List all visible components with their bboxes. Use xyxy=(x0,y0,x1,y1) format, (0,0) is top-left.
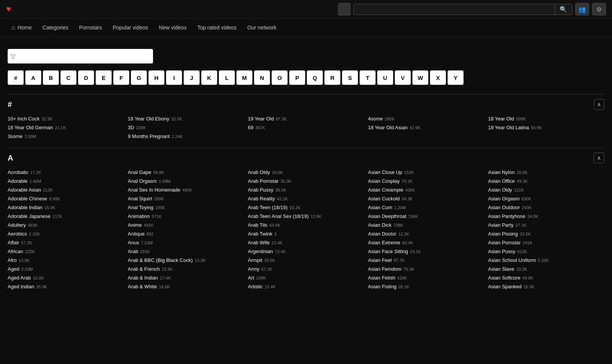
alpha-btn-F[interactable]: F xyxy=(113,70,129,85)
cat-item[interactable]: 18 Year Old German21.1K xyxy=(8,124,124,131)
cat-item[interactable]: Affair57.2K xyxy=(8,239,124,246)
cat-item[interactable]: Arab & French15.5K xyxy=(128,265,244,273)
alpha-btn-M[interactable]: M xyxy=(236,70,252,85)
alpha-btn-A[interactable]: A xyxy=(25,70,41,85)
alpha-btn-O[interactable]: O xyxy=(272,70,288,85)
collapse-btn-A[interactable]: ∧ xyxy=(594,153,604,163)
nav-toprated[interactable]: Top rated videos xyxy=(192,19,242,36)
alpha-btn-U[interactable]: U xyxy=(377,70,393,85)
cat-item[interactable]: Armpit30.5K xyxy=(248,257,364,264)
cat-item[interactable]: 3some3.59M xyxy=(8,133,124,140)
cat-item[interactable]: Asian Office49.3K xyxy=(488,177,604,185)
cat-item[interactable]: Arab Pornstar35.0K xyxy=(248,177,364,185)
cat-item[interactable]: Aged2.33M xyxy=(8,265,124,273)
alpha-btn-T[interactable]: T xyxy=(360,70,376,85)
cat-item[interactable]: Arab Tits63.4K xyxy=(248,221,364,229)
cat-item[interactable]: Argentinian72.4K xyxy=(248,248,364,255)
cat-item[interactable]: 3D220K xyxy=(128,124,244,131)
cat-item[interactable]: Asian Oldy121K xyxy=(488,186,604,193)
nav-categories[interactable]: Categories xyxy=(37,19,74,36)
alpha-btn-I[interactable]: I xyxy=(166,70,182,85)
cat-item[interactable]: Anal Sex In Homemade460K xyxy=(128,186,244,193)
alpha-btn-D[interactable]: D xyxy=(78,70,94,85)
cat-item[interactable]: Arab Teen (18/19)93.2K xyxy=(248,204,364,211)
cat-item[interactable]: Adorable1.66M xyxy=(8,177,124,185)
cat-item[interactable]: Asian Feet97.7K xyxy=(368,257,484,264)
cat-item[interactable]: Arab & Indian17.4K xyxy=(128,274,244,281)
alpha-btn-N[interactable]: N xyxy=(254,70,270,85)
cat-item[interactable]: African220K xyxy=(8,248,124,255)
nav-new[interactable]: New videos xyxy=(153,19,192,36)
nav-network[interactable]: Our network xyxy=(242,19,282,36)
cat-item[interactable]: Asian Nylon28.0K xyxy=(488,169,604,176)
alpha-btn-W[interactable]: W xyxy=(412,70,428,85)
cat-item[interactable]: Asian Softcore49.8K xyxy=(488,274,604,281)
cat-item[interactable]: Arab Pussy39.6K xyxy=(248,186,364,193)
alpha-btn-Y[interactable]: Y xyxy=(448,70,464,85)
cat-item[interactable]: Arab Reality42.2K xyxy=(248,195,364,202)
alpha-btn-L[interactable]: L xyxy=(219,70,235,85)
site-logo[interactable]: ♥ xyxy=(6,4,14,14)
alpha-btn-P[interactable]: P xyxy=(289,70,305,85)
cat-item[interactable]: Arab291K xyxy=(128,248,244,255)
cat-item[interactable]: Army67.2K xyxy=(248,265,364,273)
cat-item[interactable]: 10+ Inch Cock32.9K xyxy=(8,115,124,122)
cat-item[interactable]: Adultery483K xyxy=(8,221,124,229)
cat-item[interactable]: Acrobatic17.2K xyxy=(8,169,124,176)
cat-item[interactable]: Aged Indian35.9K xyxy=(8,283,124,290)
cat-item[interactable]: Asian Pussy812K xyxy=(488,248,604,255)
header-icon-btn-1[interactable]: 👥 xyxy=(575,3,589,15)
alpha-btn-G[interactable]: G xyxy=(131,70,147,85)
alpha-btn-R[interactable]: R xyxy=(324,70,340,85)
cat-item[interactable]: Anus7.53M xyxy=(128,239,244,246)
cat-item[interactable]: Arab & BBC (Big Black Cock)13.3K xyxy=(128,257,244,264)
cat-item[interactable]: Asian Cosplay79.2K xyxy=(368,177,484,185)
cat-item[interactable]: Asian Party27.1K xyxy=(488,221,604,229)
alpha-btn-S[interactable]: S xyxy=(342,70,358,85)
cat-item[interactable]: Adorable Chinese8.98K xyxy=(8,195,124,202)
cat-item[interactable]: 19 Year Old87.3K xyxy=(248,115,364,122)
alpha-btn-X[interactable]: X xyxy=(430,70,446,85)
cat-item[interactable]: Arab Wife21.4K xyxy=(248,239,364,246)
cat-item[interactable]: Asian Cuckold34.3K xyxy=(368,195,484,202)
cat-item[interactable]: 18 Year Old599K xyxy=(488,115,604,122)
cat-item[interactable]: Asian Face Sitting24.1K xyxy=(368,248,484,255)
cat-item[interactable]: Asian Slave33.2K xyxy=(488,265,604,273)
cat-item[interactable]: Asian Fetish418K xyxy=(368,274,484,281)
cat-item[interactable]: Anal Orgasm1.99M xyxy=(128,177,244,185)
alpha-btn-J[interactable]: J xyxy=(184,70,200,85)
cat-item[interactable]: Asian Dick738K xyxy=(368,221,484,229)
cat-item[interactable]: Adorable Indian15.0K xyxy=(8,204,124,211)
cat-item[interactable]: Antique892 xyxy=(128,230,244,237)
cat-item[interactable]: Asian Pantyhose34.0K xyxy=(488,213,604,220)
cat-item[interactable]: Arab Twink3 xyxy=(248,230,364,237)
cat-item[interactable]: Artistic15.4K xyxy=(248,283,364,290)
cat-item[interactable]: Anime491K xyxy=(128,221,244,229)
cat-item[interactable]: Asian Outdoor243K xyxy=(488,204,604,211)
collapse-btn-#[interactable]: ∧ xyxy=(594,99,604,110)
cat-item[interactable]: Adorable Japanese117K xyxy=(8,213,124,220)
cat-item[interactable]: Arab Teen Anal Sex (18/19)13.9K xyxy=(248,213,364,220)
cat-item[interactable]: 18 Year Old Latina50.9K xyxy=(488,124,604,131)
search-info-button[interactable] xyxy=(338,3,350,15)
cat-item[interactable]: Aged Arab16.0K xyxy=(8,274,124,281)
header-icon-btn-2[interactable]: ⚙ xyxy=(592,3,606,15)
cat-item[interactable]: Arab & White16.6K xyxy=(128,283,244,290)
search-input[interactable] xyxy=(354,4,555,15)
cat-item[interactable]: Arab Oldy16.0K xyxy=(248,169,364,176)
cat-item[interactable]: Asian Fisting28.1K xyxy=(368,283,484,290)
cat-item[interactable]: Anal Gape94.8K xyxy=(128,169,244,176)
nav-pornstars[interactable]: Pornstars xyxy=(74,19,107,36)
alpha-btn-V[interactable]: V xyxy=(395,70,411,85)
cat-item[interactable]: Afro13.8K xyxy=(8,257,124,264)
cat-item[interactable]: Asian Femdom75.3K xyxy=(368,265,484,273)
cat-item[interactable]: Asian Extreme69.4K xyxy=(368,239,484,246)
cat-item[interactable]: Asian Pissing32.6K xyxy=(488,230,604,237)
cat-item[interactable]: Aerobics2.10K xyxy=(8,230,124,237)
cat-item[interactable]: Asian Deepthroat196K xyxy=(368,213,484,220)
alpha-btn-C[interactable]: C xyxy=(60,70,76,85)
alpha-btn-#[interactable]: # xyxy=(8,70,24,85)
cat-item[interactable]: Animation571K xyxy=(128,213,244,220)
alpha-btn-B[interactable]: B xyxy=(43,70,59,85)
alpha-btn-Q[interactable]: Q xyxy=(307,70,323,85)
